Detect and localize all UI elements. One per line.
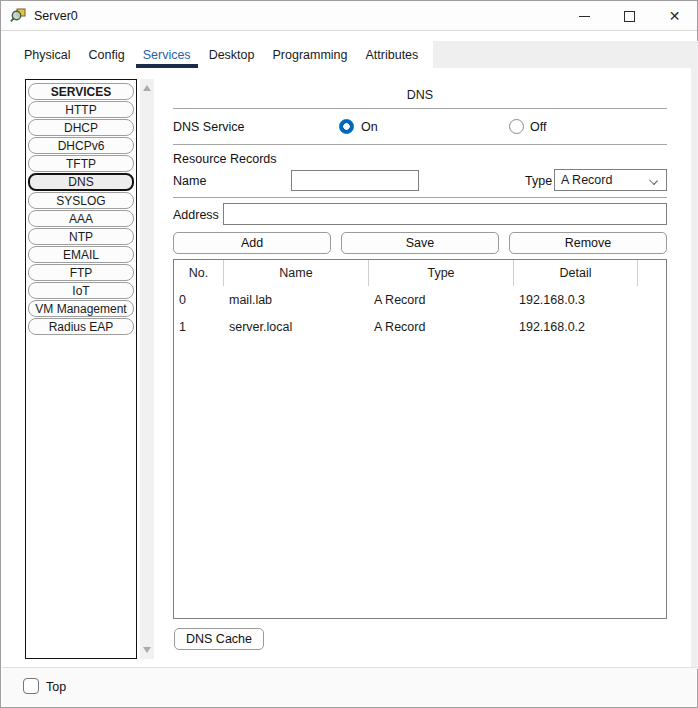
add-button[interactable]: Add (173, 232, 331, 254)
table-header-spare (638, 260, 666, 286)
footer-bar: Top (2, 667, 696, 706)
type-selected-value: A Record (561, 173, 612, 187)
close-button[interactable]: ✕ (652, 1, 697, 31)
cell-detail: 192.168.0.3 (514, 293, 638, 307)
title-bar: Server0 ✕ (1, 1, 697, 31)
right-margin (691, 41, 698, 669)
sidebar-item-aaa[interactable]: AAA (28, 210, 134, 227)
maximize-button[interactable] (607, 1, 652, 31)
table-row[interactable]: 0mail.labA Record192.168.0.3 (174, 286, 666, 313)
radio-on[interactable] (339, 119, 354, 134)
remove-button[interactable]: Remove (509, 232, 667, 254)
tab-strip: PhysicalConfigServicesDesktopProgramming… (9, 41, 691, 68)
cell-type: A Record (369, 320, 514, 334)
name-input[interactable] (291, 170, 419, 191)
sidebar-header-services: SERVICES (28, 83, 134, 100)
table-header-name[interactable]: Name (224, 260, 369, 286)
sidebar-item-iot[interactable]: IoT (28, 282, 134, 299)
tab-desktop[interactable]: Desktop (200, 41, 264, 68)
tab-programming[interactable]: Programming (263, 41, 356, 68)
sidebar-item-tftp[interactable]: TFTP (28, 155, 134, 172)
dns-service-label: DNS Service (173, 120, 245, 134)
sidebar-item-radius-eap[interactable]: Radius EAP (28, 318, 134, 335)
dns-cache-button[interactable]: DNS Cache (174, 628, 264, 650)
tab-services[interactable]: Services (134, 41, 200, 68)
divider (173, 144, 667, 145)
cell-no: 1 (174, 320, 224, 334)
table-row[interactable]: 1server.localA Record192.168.0.2 (174, 313, 666, 340)
maximize-icon (624, 11, 635, 22)
address-label: Address (173, 208, 219, 222)
chevron-down-icon (649, 176, 658, 185)
resource-records-table[interactable]: No.NameTypeDetail 0mail.labA Record192.1… (173, 259, 667, 619)
close-icon: ✕ (669, 9, 681, 23)
save-button[interactable]: Save (341, 232, 499, 254)
name-label: Name (173, 174, 206, 188)
cell-no: 0 (174, 293, 224, 307)
address-input[interactable] (223, 203, 667, 225)
table-header-no[interactable]: No. (174, 260, 224, 286)
minimize-icon (579, 16, 590, 17)
table-header-type[interactable]: Type (369, 260, 514, 286)
radio-on-label[interactable]: On (361, 120, 378, 134)
divider (173, 197, 667, 198)
scroll-up-icon[interactable] (143, 85, 151, 91)
radio-off-label[interactable]: Off (530, 120, 546, 134)
divider (173, 108, 667, 109)
cell-name: server.local (224, 320, 369, 334)
sidebar-item-dns[interactable]: DNS (28, 173, 134, 191)
sidebar-item-ntp[interactable]: NTP (28, 228, 134, 245)
tab-physical[interactable]: Physical (15, 41, 80, 68)
dns-panel: DNS DNS Service On Off Resource Records … (173, 79, 667, 659)
sidebar-item-http[interactable]: HTTP (28, 101, 134, 118)
sidebar-item-email[interactable]: EMAIL (28, 246, 134, 263)
tab-config[interactable]: Config (80, 41, 134, 68)
sidebar-item-dhcp[interactable]: DHCP (28, 119, 134, 136)
sidebar-scrollbar[interactable] (140, 79, 154, 659)
device-magnifier-icon (10, 7, 27, 24)
sidebar-item-dhcpv6[interactable]: DHCPv6 (28, 137, 134, 154)
table-header-row: No.NameTypeDetail (174, 260, 666, 286)
sidebar-item-vm-management[interactable]: VM Management (28, 300, 134, 317)
top-checkbox[interactable] (23, 678, 39, 694)
services-sidebar: SERVICESHTTPDHCPDHCPv6TFTPDNSSYSLOGAAANT… (25, 79, 137, 659)
panel-title: DNS (173, 88, 667, 102)
top-checkbox-label[interactable]: Top (46, 680, 66, 694)
type-label: Type (525, 174, 552, 188)
tab-attributes[interactable]: Attributes (357, 41, 428, 68)
sidebar-item-ftp[interactable]: FTP (28, 264, 134, 281)
scroll-down-icon[interactable] (143, 647, 151, 653)
cell-type: A Record (369, 293, 514, 307)
cell-name: mail.lab (224, 293, 369, 307)
minimize-button[interactable] (562, 1, 607, 31)
radio-off[interactable] (509, 119, 524, 134)
server-config-window: Server0 ✕ PhysicalConfigServicesDesktopP… (0, 0, 698, 708)
cell-detail: 192.168.0.2 (514, 320, 638, 334)
table-header-detail[interactable]: Detail (514, 260, 638, 286)
type-select[interactable]: A Record (554, 169, 667, 191)
window-title: Server0 (34, 9, 78, 23)
sidebar-item-syslog[interactable]: SYSLOG (28, 192, 134, 209)
resource-records-label: Resource Records (173, 152, 277, 166)
